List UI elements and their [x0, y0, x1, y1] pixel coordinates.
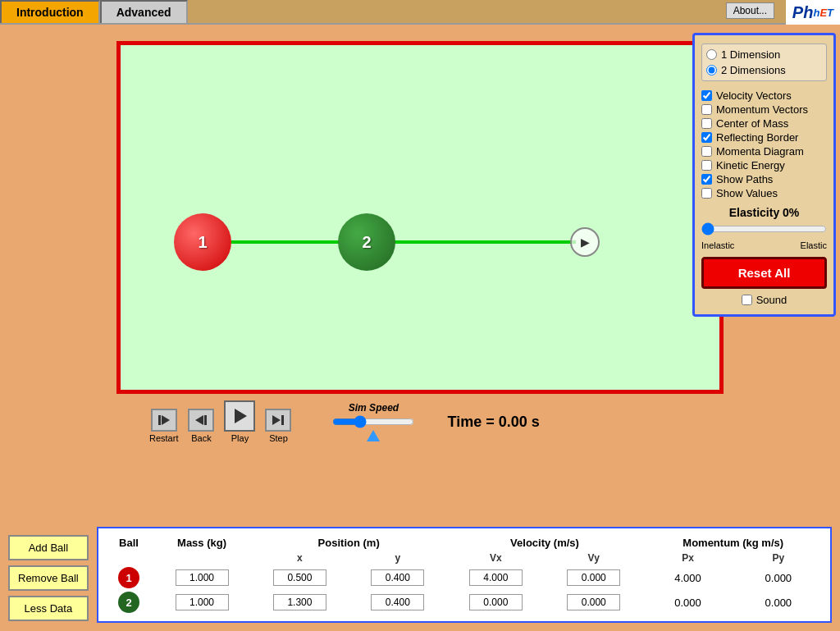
elastic-label: Elastic — [801, 240, 827, 250]
about-button[interactable]: About... — [726, 2, 774, 19]
tab-advanced[interactable]: Advanced — [100, 0, 188, 23]
cell-vy-2 — [545, 590, 642, 615]
svg-rect-6 — [281, 415, 284, 425]
check-kinetic-energy[interactable] — [701, 160, 712, 171]
check-center-of-mass[interactable] — [701, 118, 712, 129]
dim1-label: 1 Dimension — [721, 48, 780, 61]
check-show-values[interactable] — [701, 188, 712, 199]
checkbox-kinetic-energy[interactable]: Kinetic Energy — [701, 159, 827, 171]
col-ball: Ball — [105, 535, 153, 551]
play-button[interactable]: Play — [224, 400, 255, 443]
sub-col-vy: Vy — [545, 551, 642, 565]
ball-1-indicator-cell: 1 — [105, 565, 153, 590]
bottom-section: Add Ball Remove Ball Less Data Ball Mass… — [0, 527, 840, 631]
velocity-indicator: ▶ — [570, 227, 600, 257]
checkbox-reflecting-border[interactable]: Reflecting Border — [701, 131, 827, 144]
input-vx-1[interactable] — [469, 569, 523, 586]
sub-col-vx: Vx — [447, 551, 545, 565]
checkbox-velocity-vectors[interactable]: Velocity Vectors — [701, 89, 827, 102]
cell-posy-1 — [349, 565, 446, 590]
col-position: Position (m) — [251, 535, 447, 551]
input-vx-2[interactable] — [469, 594, 523, 610]
ball-2-indicator-cell: 2 — [105, 590, 153, 615]
check-velocity-vectors[interactable] — [701, 90, 712, 101]
less-data-button[interactable]: Less Data — [8, 596, 89, 621]
col-mass: Mass (kg) — [153, 535, 250, 551]
sub-col-px: Px — [642, 551, 733, 565]
restart-button[interactable]: Restart — [149, 409, 178, 443]
check-momentum-vectors[interactable] — [701, 104, 712, 115]
input-vy-2[interactable] — [567, 594, 620, 610]
data-table: Ball Mass (kg) Position (m) Velocity (m/… — [105, 535, 824, 615]
svg-marker-2 — [195, 415, 203, 425]
input-mass-2[interactable] — [176, 594, 229, 610]
elasticity-slider[interactable] — [701, 222, 827, 235]
table-subheader-row: x y Vx Vy Px Py — [105, 551, 824, 565]
svg-marker-4 — [235, 409, 247, 423]
add-ball-button[interactable]: Add Ball — [8, 535, 89, 560]
check-sound[interactable] — [742, 295, 752, 305]
svg-rect-0 — [158, 415, 161, 425]
phet-logo: PhhET — [786, 0, 840, 25]
ball-2[interactable]: 2 — [338, 213, 395, 271]
check-show-paths[interactable] — [701, 174, 712, 185]
sound-row[interactable]: Sound — [701, 294, 827, 306]
cell-posx-2 — [251, 590, 349, 615]
checkbox-momentum-vectors[interactable]: Momentum Vectors — [701, 103, 827, 116]
cell-mass-2 — [153, 590, 250, 615]
col-momentum: Momentum (kg m/s) — [642, 535, 824, 551]
ball-1[interactable]: 1 — [174, 213, 231, 271]
play-label: Play — [231, 433, 249, 443]
remove-ball-button[interactable]: Remove Ball — [8, 565, 89, 591]
kinetic-energy-label: Kinetic Energy — [716, 159, 785, 171]
velocity-vectors-label: Velocity Vectors — [716, 89, 792, 102]
tab-introduction[interactable]: Introduction — [0, 0, 100, 23]
checkbox-center-of-mass[interactable]: Center of Mass — [701, 117, 827, 130]
velocity-arrow-icon: ▶ — [581, 235, 590, 249]
tab-intro-label: Introduction — [16, 6, 84, 19]
sim-speed-control: Sim Speed — [332, 402, 414, 441]
input-vy-1[interactable] — [567, 569, 620, 586]
checkbox-momenta-diagram[interactable]: Momenta Diagram — [701, 145, 827, 158]
cell-vx-2 — [447, 590, 545, 615]
radio-row-2d[interactable]: 2 Dimensions — [706, 64, 822, 76]
cell-vy-1 — [545, 565, 642, 590]
svg-marker-5 — [272, 415, 281, 425]
ball-1-indicator: 1 — [118, 567, 139, 588]
table-row: 2 0.000 0.000 — [105, 590, 824, 615]
back-label: Back — [191, 433, 211, 443]
step-icon — [265, 409, 291, 432]
elasticity-section: Elasticity 0% Inelastic Elastic — [701, 206, 827, 250]
time-display: Time = 0.00 s — [447, 414, 539, 431]
input-posx-1[interactable] — [273, 569, 326, 586]
cell-posy-2 — [349, 590, 446, 615]
input-posx-2[interactable] — [273, 594, 326, 610]
input-posy-2[interactable] — [371, 594, 424, 610]
radio-row-1d[interactable]: 1 Dimension — [706, 48, 822, 61]
svg-rect-3 — [204, 415, 207, 425]
restart-label: Restart — [149, 433, 178, 443]
radio-2d[interactable] — [706, 65, 717, 75]
check-reflecting-border[interactable] — [701, 132, 712, 143]
cell-px-1: 4.000 — [642, 565, 733, 590]
ball-2-indicator: 2 — [118, 592, 139, 613]
top-nav: Introduction Advanced About... PhhET — [0, 0, 840, 25]
input-mass-1[interactable] — [176, 569, 229, 586]
cell-mass-1 — [153, 565, 250, 590]
input-posy-1[interactable] — [371, 569, 424, 586]
sub-col-y: y — [349, 551, 446, 565]
radio-1d[interactable] — [706, 49, 717, 60]
simulation-canvas[interactable]: 1 2 ▶ — [116, 41, 724, 394]
show-paths-label: Show Paths — [716, 173, 773, 185]
check-momenta-diagram[interactable] — [701, 146, 712, 157]
momenta-diagram-label: Momenta Diagram — [716, 145, 804, 158]
back-button[interactable]: Back — [188, 409, 214, 443]
inelastic-label: Inelastic — [701, 240, 734, 250]
table-row: 1 4.000 0.000 — [105, 565, 824, 590]
play-icon — [224, 400, 255, 432]
reset-all-button[interactable]: Reset All — [701, 257, 827, 289]
step-button[interactable]: Step — [265, 409, 291, 443]
checkbox-show-values[interactable]: Show Values — [701, 187, 827, 199]
checkbox-show-paths[interactable]: Show Paths — [701, 173, 827, 185]
sim-speed-slider[interactable] — [332, 415, 414, 428]
